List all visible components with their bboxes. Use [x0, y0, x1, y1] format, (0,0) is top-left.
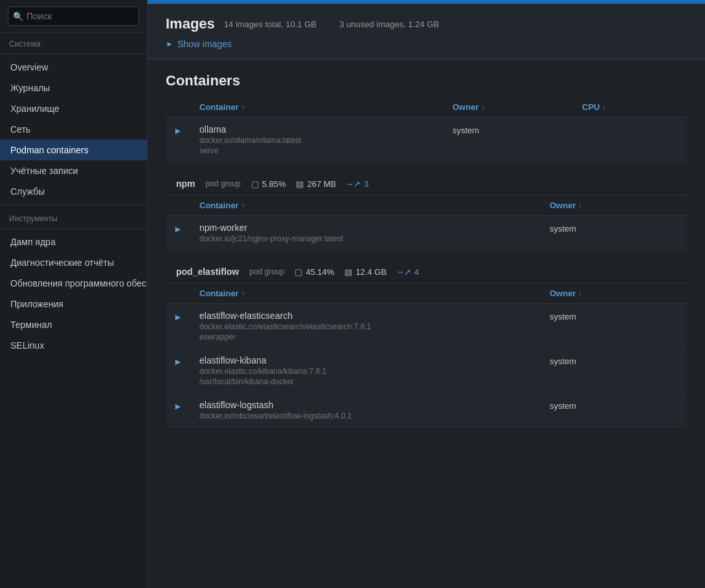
- table-row[interactable]: ► elastiflow-elasticsearch docker.elasti…: [166, 304, 687, 349]
- col-expand-header2: [173, 201, 199, 210]
- containers-table: Container ↑ Owner ↕ CPU ↕ ► ollama docke…: [166, 97, 687, 162]
- sidebar-item-journals[interactable]: Журналы: [0, 78, 147, 98]
- sort-both-icon: ↕: [481, 103, 484, 111]
- container-owner: system: [550, 400, 679, 411]
- net-icon2: ∼↗: [397, 267, 411, 277]
- pod-elastiflow-mem: 12.4 GB: [355, 267, 386, 277]
- container-name: elastiflow-elasticsearch: [199, 310, 550, 321]
- search-input[interactable]: [8, 6, 139, 26]
- mem-icon2: ▤: [344, 267, 352, 277]
- row-container-info: elastiflow-kibana docker.elastic.co/kiba…: [199, 355, 550, 386]
- images-header: Images 14 images total, 10.1 GB 3 unused…: [166, 16, 687, 32]
- container-cpu: [582, 124, 679, 125]
- net-icon: ∼↗: [346, 179, 361, 189]
- container-image: docker.io/ollama/ollama:latest: [199, 136, 453, 145]
- sidebar: 🔍 Система Overview Журналы Хранилище Сет…: [0, 0, 148, 588]
- pod-elastiflow-table-header: Container ↑ Owner ↕: [166, 283, 687, 304]
- col-owner-header2[interactable]: Owner ↕: [550, 201, 679, 210]
- containers-section: Containers Container ↑ Owner ↕ CPU ↕: [148, 60, 705, 438]
- sidebar-item-apps[interactable]: Приложения: [0, 294, 147, 314]
- table-row[interactable]: ► npm-worker docker.io/jc21/nginx-proxy-…: [166, 216, 687, 250]
- container-name: elastiflow-logstash: [199, 400, 550, 410]
- container-image: docker.io/robcowart/elastiflow-logstash:…: [199, 411, 550, 420]
- sort-arrow-icon: ↑: [241, 103, 245, 111]
- col-expand-header3: [173, 289, 199, 298]
- container-sub: eswrapper: [199, 332, 550, 342]
- search-icon: 🔍: [13, 12, 23, 21]
- mem-icon: ▤: [296, 179, 304, 189]
- pod-elastiflow-net-count: 4: [414, 267, 419, 277]
- row-container-info: npm-worker docker.io/jc21/nginx-proxy-ma…: [199, 223, 550, 243]
- pod-elastiflow-net: ∼↗ 4: [397, 267, 419, 277]
- sidebar-item-overview[interactable]: Overview: [0, 57, 147, 78]
- expand-icon[interactable]: ►: [173, 355, 199, 367]
- col-owner-header3[interactable]: Owner ↕: [550, 289, 679, 298]
- col-container-header[interactable]: Container ↑: [199, 102, 453, 112]
- pod-elastiflow-cpu-stat: ▢ 45.14%: [295, 267, 334, 277]
- section-tools-label: Инструменты: [0, 208, 147, 226]
- containers-title: Containers: [166, 72, 687, 89]
- container-image: docker.io/jc21/nginx-proxy-manager:lates…: [199, 234, 550, 243]
- col-expand-header: [173, 102, 199, 112]
- container-image: docker.elastic.co/kibana/kibana:7.8.1: [199, 367, 550, 376]
- container-sub: serve: [199, 146, 453, 155]
- sort-arrow-icon2: ↑: [241, 202, 245, 209]
- container-name: ollama: [199, 124, 453, 135]
- sort-arrow-icon3: ↑: [241, 290, 245, 297]
- col-cpu-header[interactable]: CPU ↕: [582, 102, 679, 112]
- expand-icon[interactable]: ►: [173, 400, 199, 411]
- pod-npm-net: ∼↗ 3: [346, 179, 368, 189]
- container-name: elastiflow-kibana: [199, 355, 550, 365]
- sort-both-icon-cpu: ↕: [602, 103, 605, 111]
- sidebar-item-terminal[interactable]: Терминал: [0, 314, 147, 335]
- pod-npm-cpu: 5.85%: [262, 179, 286, 189]
- sidebar-item-updates[interactable]: Обновления программного обеспечения: [0, 273, 147, 294]
- show-images-label: Show images: [177, 39, 232, 49]
- pod-npm-net-count: 3: [364, 179, 368, 189]
- pod-npm-mem-stat: ▤ 267 MB: [296, 179, 336, 189]
- pod-npm-cpu-stat: ▢ 5.85%: [251, 179, 286, 189]
- sidebar-item-accounts[interactable]: Учётные записи: [0, 160, 147, 181]
- show-images-link[interactable]: ► Show images: [166, 39, 687, 49]
- sidebar-item-selinux[interactable]: SELinux: [0, 335, 147, 356]
- sort-both-icon2: ↕: [578, 202, 581, 209]
- container-owner: system: [550, 223, 679, 234]
- container-name: npm-worker: [199, 223, 550, 233]
- images-unused: 3 unused images, 1.24 GB: [339, 19, 439, 29]
- pod-elastiflow-table: pod_elastiflow pod group ▢ 45.14% ▤ 12.4…: [166, 261, 687, 428]
- sidebar-item-kdump[interactable]: Дамп ядра: [0, 232, 147, 252]
- sidebar-item-network[interactable]: Сеть: [0, 119, 147, 140]
- container-image: docker.elastic.co/elasticsearch/elastics…: [199, 322, 550, 331]
- section-system-label: Система: [0, 33, 147, 51]
- images-title: Images: [166, 16, 215, 32]
- col-container-header2[interactable]: Container ↑: [199, 201, 550, 210]
- expand-icon[interactable]: ►: [173, 310, 199, 322]
- sidebar-item-podman[interactable]: Podman containers: [0, 140, 147, 160]
- sidebar-item-services[interactable]: Службы: [0, 181, 147, 202]
- col-container-header3[interactable]: Container ↑: [199, 289, 550, 298]
- table-row[interactable]: ► elastiflow-kibana docker.elastic.co/ki…: [166, 349, 687, 393]
- container-sub: /usr/local/bin/kibana-docker: [199, 377, 550, 386]
- expand-icon[interactable]: ►: [173, 124, 199, 136]
- pod-elastiflow-cpu: 45.14%: [306, 267, 334, 277]
- table-row[interactable]: ► elastiflow-logstash docker.io/robcowar…: [166, 393, 687, 428]
- cpu-icon2: ▢: [295, 267, 302, 277]
- pod-npm-mem: 267 MB: [307, 179, 336, 189]
- sidebar-item-storage[interactable]: Хранилище: [0, 98, 147, 119]
- pod-elastiflow-type: pod group: [249, 267, 284, 276]
- expand-icon[interactable]: ►: [173, 223, 199, 234]
- pod-npm-name: npm: [176, 179, 196, 189]
- sidebar-item-diagnostic[interactable]: Диагностические отчёты: [0, 252, 147, 273]
- sort-both-icon3: ↕: [578, 290, 581, 297]
- chevron-right-icon: ►: [166, 39, 173, 49]
- row-container-info: elastiflow-elasticsearch docker.elastic.…: [199, 310, 550, 342]
- row-container-info: ollama docker.io/ollama/ollama:latest se…: [199, 124, 453, 155]
- table-row[interactable]: ► ollama docker.io/ollama/ollama:latest …: [166, 118, 687, 162]
- images-total: 14 images total, 10.1 GB: [224, 19, 317, 29]
- col-owner-header[interactable]: Owner ↕: [453, 102, 582, 112]
- pod-npm-table: npm pod group ▢ 5.85% ▤ 267 MB ∼↗ 3: [166, 173, 687, 250]
- pod-elastiflow-bar: pod_elastiflow pod group ▢ 45.14% ▤ 12.4…: [166, 261, 687, 283]
- pod-npm-type: pod group: [206, 179, 241, 188]
- images-section: Images 14 images total, 10.1 GB 3 unused…: [148, 4, 705, 60]
- containers-table-header: Container ↑ Owner ↕ CPU ↕: [166, 97, 687, 118]
